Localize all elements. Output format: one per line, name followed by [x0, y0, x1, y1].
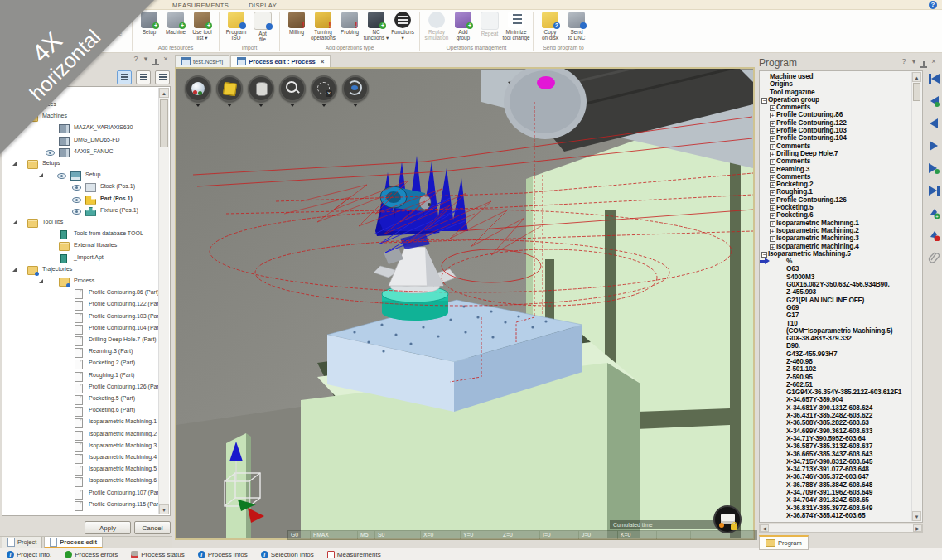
dropdown-arrow-icon[interactable]: [227, 104, 232, 107]
ribbon-button-program[interactable]: Program ISO: [223, 11, 249, 44]
expand-icon[interactable]: +: [770, 205, 775, 211]
tree-item-profile-contouring-104-part-[interactable]: Profile Contouring.104 (Part): [2, 324, 170, 335]
close-icon[interactable]: ×: [161, 55, 171, 63]
tree-vertical-scrollbar[interactable]: ▲ ▼: [158, 88, 169, 514]
help-icon[interactable]: ?: [929, 1, 937, 9]
expand-icon[interactable]: +: [770, 159, 775, 165]
expand-icon[interactable]: +: [770, 167, 775, 173]
gcode-line[interactable]: O63: [760, 265, 922, 273]
tree-item-profile-contouring-122-part-[interactable]: Profile Contouring.122 (Part): [2, 300, 170, 311]
gcode-line[interactable]: Z-501.102: [760, 365, 922, 373]
play-back-icon[interactable]: [928, 118, 940, 133]
expander-icon[interactable]: [12, 220, 17, 224]
dropdown-icon[interactable]: ▾: [909, 57, 919, 65]
viewport-tab-test-ncsprj[interactable]: test.NcsPrj: [175, 55, 229, 67]
ribbon-button-nc[interactable]: NC functions ▾: [363, 11, 389, 44]
expand-icon[interactable]: +: [770, 182, 775, 188]
tree-item-profile-contouring-86-part-[interactable]: Profile Contouring.86 (Part): [2, 288, 170, 299]
scroll-up-arrow[interactable]: ▲: [912, 72, 921, 82]
close-icon[interactable]: ×: [321, 58, 325, 65]
expander-icon[interactable]: [39, 279, 43, 283]
dropdown-icon[interactable]: ▾: [141, 55, 151, 63]
tree-item-process[interactable]: Process: [2, 277, 170, 287]
ribbon-button-send[interactable]: Send to DNC: [563, 11, 590, 44]
tree-item-pocketing-2-part-[interactable]: Pocketing.2 (Part): [2, 359, 170, 369]
viewport-tab-process-edit-process[interactable]: Process edit : Process×: [230, 55, 331, 67]
tab-project[interactable]: Project: [2, 537, 42, 548]
ribbon-tab-measurements[interactable]: MEASUREMENTS: [162, 0, 239, 9]
tree-item-profile-contouring-115-part-[interactable]: Profile Contouring.115 (Part): [2, 500, 170, 511]
dropdown-arrow-icon[interactable]: [353, 104, 358, 107]
expand-icon[interactable]: +: [770, 190, 775, 196]
ribbon-button-apt[interactable]: Apt file: [249, 11, 276, 44]
gcode-line[interactable]: %: [760, 258, 922, 265]
ribbon-button-turning[interactable]: Turning operations: [310, 11, 336, 44]
tree-item-pocketing-6-part-[interactable]: Pocketing.6 (Part): [2, 406, 170, 417]
resources-tree[interactable]: RessourcesMachinesMAZAK_VARIAXIS630DMG_D…: [2, 86, 171, 516]
machine-status-icon[interactable]: [713, 505, 742, 533]
gcode-line[interactable]: G17: [760, 311, 922, 319]
expand-icon[interactable]: +: [770, 198, 775, 204]
ribbon-button-minimize[interactable]: Minimize tool change: [503, 11, 529, 44]
expand-icon[interactable]: +: [770, 136, 775, 142]
expand-icon[interactable]: +: [770, 229, 775, 234]
expander-icon[interactable]: [12, 268, 17, 272]
gcode-line[interactable]: Z-460.98: [760, 358, 922, 365]
stock-view-icon[interactable]: [248, 75, 274, 102]
dropdown-arrow-icon[interactable]: [290, 104, 295, 107]
help-icon[interactable]: ?: [131, 55, 141, 63]
expand-icon[interactable]: +: [770, 128, 775, 134]
scroll-down-arrow[interactable]: ▼: [159, 504, 169, 514]
tree-item-dmg-dmu65-fd[interactable]: DMG_DMU65-FD: [2, 136, 170, 147]
visibility-eye-icon[interactable]: [72, 197, 81, 203]
gcode-line[interactable]: G0X-38.483Y-379.332: [760, 335, 922, 342]
step-forward-icon[interactable]: [928, 162, 940, 177]
expand-icon[interactable]: +: [770, 105, 775, 111]
play-forward-icon[interactable]: [928, 140, 940, 155]
gcode-line[interactable]: Z-590.95: [760, 374, 922, 381]
ribbon-tab-display[interactable]: DISPLAY: [239, 0, 287, 9]
ribbon-button-use-tool[interactable]: Use tool list ▾: [189, 11, 215, 44]
deselect-icon[interactable]: [311, 75, 337, 102]
statusbar-item-selection-infos[interactable]: iSelection infos: [261, 551, 314, 558]
ribbon-button-add[interactable]: Add group: [450, 11, 476, 44]
tree-item-tools-from-database-tool[interactable]: Tools from database TOOL: [2, 229, 170, 240]
tree-item-part-pos-1-[interactable]: Part (Pos.1): [2, 195, 170, 205]
gcode-line[interactable]: G21(PLAN INCLINE OFF): [760, 297, 922, 304]
list-view-button-1[interactable]: [117, 70, 132, 84]
statusbar-item-project-info-[interactable]: iProject info.: [7, 551, 51, 558]
expand-icon[interactable]: +: [770, 175, 775, 181]
gcode-line[interactable]: G43Z-455.993H7: [760, 350, 922, 358]
tree-item-isoparametric-machining-1-pa[interactable]: Isoparametric Machining.1 (Pa: [2, 418, 170, 428]
tree-item-isoparametric-machining-6-pa[interactable]: Isoparametric Machining.6 (Pa: [2, 476, 170, 487]
3d-scene[interactable]: [176, 69, 753, 538]
visibility-eye-icon[interactable]: [72, 209, 81, 215]
tree-item-isoparametric-machining-3-pa[interactable]: Isoparametric Machining.3 (Pa: [2, 442, 170, 452]
program-vertical-scrollbar[interactable]: ▲ ▼: [911, 72, 921, 521]
refresh-icon[interactable]: [342, 75, 369, 102]
ribbon-button-machine[interactable]: Machine: [162, 11, 189, 44]
tree-item-setups[interactable]: Setups: [2, 159, 170, 170]
expand-icon[interactable]: +: [770, 152, 775, 157]
tree-item-pocketing-5-part-[interactable]: Pocketing.5 (Part): [2, 394, 170, 405]
tree-item-tool-libs[interactable]: Tool libs: [2, 218, 170, 229]
visibility-eye-icon[interactable]: [46, 150, 55, 156]
skip-end-icon[interactable]: [928, 185, 940, 200]
statusbar-item-process-status[interactable]: Process status: [131, 551, 184, 558]
tree-item-reaming-3-part-[interactable]: Reaming.3 (Part): [2, 347, 170, 358]
close-icon[interactable]: ×: [929, 57, 939, 65]
tree-item-fixture-pos-1-[interactable]: Fixture (Pos.1): [2, 206, 170, 217]
shaded-view-icon[interactable]: [216, 75, 243, 102]
collapse-icon[interactable]: −: [761, 98, 767, 104]
expander-icon[interactable]: [12, 162, 17, 166]
step-back-icon[interactable]: [928, 95, 940, 110]
zoom-icon[interactable]: [279, 75, 306, 102]
tree-item-drilling-deep-hole-7-part-[interactable]: Drilling Deep Hole.7 (Part): [2, 336, 170, 346]
gcode-line[interactable]: X-36.874Y-385.41Z-603.65: [760, 512, 922, 519]
tree-item-profile-contouring-107-part-[interactable]: Profile Contouring.107 (Part): [2, 489, 170, 500]
expand-icon[interactable]: +: [770, 221, 775, 227]
statusbar-item-measurements[interactable]: Measurements: [327, 551, 381, 558]
ribbon-button-probing[interactable]: Probing: [336, 11, 363, 44]
apply-button[interactable]: Apply: [85, 521, 131, 534]
expand-icon[interactable]: +: [770, 144, 775, 150]
